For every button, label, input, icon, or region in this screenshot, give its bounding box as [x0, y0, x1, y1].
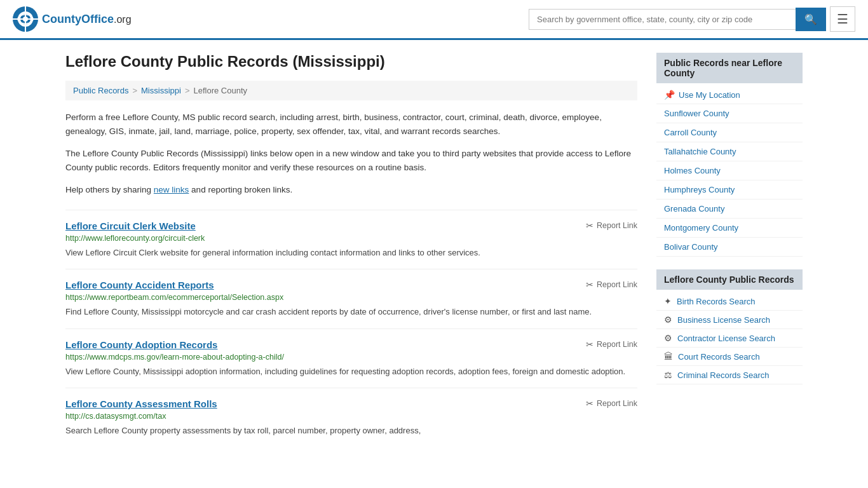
content-area: Leflore County Public Records (Mississip…: [65, 53, 637, 447]
local-records-list: ✦Birth Records Search⚙Business License S…: [656, 292, 803, 384]
nearby-section: Public Records near Leflore County 📌 Use…: [656, 53, 803, 257]
breadcrumb-public-records[interactable]: Public Records: [73, 86, 128, 95]
report-icon-2: ✂: [586, 339, 593, 349]
record-entry: Leflore County Assessment Rolls ✂ Report…: [65, 388, 637, 447]
local-record-item-4[interactable]: ⚖Criminal Records Search: [656, 366, 803, 384]
nearby-county-6[interactable]: Montgomery County: [656, 219, 803, 238]
breadcrumb-sep1: >: [132, 86, 137, 95]
nearby-county-5[interactable]: Grenada County: [656, 200, 803, 219]
breadcrumb-mississippi[interactable]: Mississippi: [141, 86, 181, 95]
record-desc-2: View Leflore County, Mississippi adoptio…: [65, 365, 637, 378]
record-url-0[interactable]: http://www.leflorecounty.org/circuit-cle…: [65, 234, 637, 243]
local-record-item-2[interactable]: ⚙Contractor License Search: [656, 329, 803, 348]
help-paragraph: Help others by sharing new links and rep…: [65, 183, 637, 197]
local-record-label-0: Birth Records Search: [677, 297, 756, 306]
record-desc-1: Find Leflore County, Mississippi motorcy…: [65, 306, 637, 318]
new-links-link[interactable]: new links: [154, 185, 189, 194]
site-header: CountyOffice.org 🔍 ☰: [0, 0, 868, 40]
menu-button[interactable]: ☰: [830, 6, 855, 32]
report-link-2[interactable]: ✂ Report Link: [586, 339, 637, 349]
report-link-0[interactable]: ✂ Report Link: [586, 220, 637, 231]
nearby-counties-list: Sunflower CountyCarroll CountyTallahatch…: [656, 104, 803, 257]
record-title-2[interactable]: Leflore County Adoption Records: [65, 339, 217, 350]
search-button[interactable]: 🔍: [796, 8, 826, 31]
local-record-label-2: Contractor License Search: [677, 334, 775, 343]
use-my-location[interactable]: 📌 Use My Location: [656, 86, 803, 104]
main-layout: Leflore County Public Records (Mississip…: [53, 40, 815, 460]
local-records-title: Leflore County Public Records: [656, 269, 803, 290]
nearby-county-3[interactable]: Holmes County: [656, 161, 803, 180]
search-area: 🔍 ☰: [529, 6, 855, 32]
logo-text: CountyOffice.org: [42, 13, 132, 26]
logo-suffix: .org: [114, 14, 132, 25]
record-url-3[interactable]: http://cs.datasysmgt.com/tax: [65, 412, 637, 421]
logo-area[interactable]: CountyOffice.org: [13, 6, 132, 32]
search-input[interactable]: [529, 9, 796, 30]
record-title-0[interactable]: Leflore Circuit Clerk Website: [65, 220, 196, 231]
record-desc-3: Search Leflore County property assessmen…: [65, 424, 637, 437]
search-icon: 🔍: [804, 14, 817, 25]
help-text-suffix: and reporting broken links.: [189, 185, 292, 194]
records-container: Leflore Circuit Clerk Website ✂ Report L…: [65, 210, 637, 447]
help-text-prefix: Help others by sharing: [65, 185, 154, 194]
sidebar: Public Records near Leflore County 📌 Use…: [656, 53, 803, 447]
nearby-section-title: Public Records near Leflore County: [656, 53, 803, 83]
record-title-3[interactable]: Leflore County Assessment Rolls: [65, 398, 217, 409]
report-icon-3: ✂: [586, 398, 593, 409]
intro-paragraph-2: The Leflore County Public Records (Missi…: [65, 147, 637, 174]
local-record-label-3: Court Records Search: [678, 352, 760, 362]
local-record-label-4: Criminal Records Search: [677, 370, 770, 380]
local-record-item-0[interactable]: ✦Birth Records Search: [656, 292, 803, 311]
local-record-icon-0: ✦: [664, 296, 672, 306]
intro-paragraph-1: Perform a free Leflore County, MS public…: [65, 111, 637, 138]
logo-name: CountyOffice: [42, 13, 114, 25]
local-record-icon-1: ⚙: [664, 315, 672, 325]
local-record-label-1: Business License Search: [677, 315, 770, 325]
nearby-county-4[interactable]: Humphreys County: [656, 180, 803, 200]
report-icon-1: ✂: [586, 280, 593, 290]
report-icon-0: ✂: [586, 220, 593, 231]
location-icon: 📌: [664, 90, 675, 100]
local-record-icon-3: 🏛: [664, 351, 673, 362]
local-record-icon-4: ⚖: [664, 370, 672, 380]
nearby-county-0[interactable]: Sunflower County: [656, 104, 803, 123]
hamburger-icon: ☰: [837, 12, 848, 26]
record-desc-0: View Leflore Circuit Clerk website for g…: [65, 247, 637, 259]
record-entry: Leflore Circuit Clerk Website ✂ Report L…: [65, 210, 637, 269]
nearby-county-1[interactable]: Carroll County: [656, 123, 803, 142]
nearby-county-7[interactable]: Bolivar County: [656, 238, 803, 257]
record-url-2[interactable]: https://www.mdcps.ms.gov/learn-more-abou…: [65, 353, 637, 362]
breadcrumb-sep2: >: [185, 86, 190, 95]
report-link-3[interactable]: ✂ Report Link: [586, 398, 637, 409]
use-location-label: Use My Location: [679, 90, 740, 100]
local-record-icon-2: ⚙: [664, 333, 672, 343]
record-title-1[interactable]: Leflore County Accident Reports: [65, 280, 214, 290]
nearby-county-2[interactable]: Tallahatchie County: [656, 142, 803, 161]
record-url-1[interactable]: https://www.reportbeam.com/ecommerceport…: [65, 293, 637, 302]
record-entry: Leflore County Accident Reports ✂ Report…: [65, 269, 637, 329]
breadcrumb: Public Records > Mississippi > Leflore C…: [65, 81, 637, 100]
local-records-section: Leflore County Public Records ✦Birth Rec…: [656, 269, 803, 384]
page-title: Leflore County Public Records (Mississip…: [65, 53, 637, 71]
report-link-1[interactable]: ✂ Report Link: [586, 280, 637, 290]
local-record-item-1[interactable]: ⚙Business License Search: [656, 311, 803, 329]
logo-icon: [13, 6, 38, 32]
record-entry: Leflore County Adoption Records ✂ Report…: [65, 329, 637, 388]
local-record-item-3[interactable]: 🏛Court Records Search: [656, 348, 803, 366]
breadcrumb-current: Leflore County: [193, 86, 247, 95]
